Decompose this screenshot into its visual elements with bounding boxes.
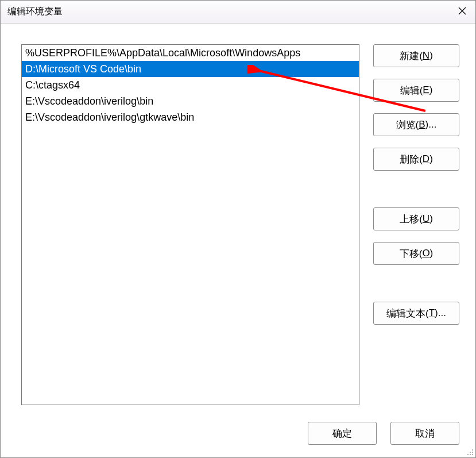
list-item[interactable]: %USERPROFILE%\AppData\Local\Microsoft\Wi…	[22, 45, 359, 61]
svg-point-4	[472, 449, 473, 451]
dialog-footer: 确定 取消	[1, 411, 475, 457]
list-item[interactable]: D:\Microsoft VS Code\bin	[22, 61, 359, 77]
path-listbox[interactable]: %USERPROFILE%\AppData\Local\Microsoft\Wi…	[21, 44, 359, 405]
browse-button[interactable]: 浏览(B)...	[373, 113, 459, 136]
dialog-body: %USERPROFILE%\AppData\Local\Microsoft\Wi…	[1, 24, 475, 411]
svg-point-7	[467, 454, 469, 455]
close-icon	[458, 7, 466, 17]
svg-point-8	[470, 454, 471, 455]
dialog-window: 编辑环境变量 %USERPROFILE%\AppData\Local\Micro…	[0, 0, 476, 458]
new-button[interactable]: 新建(N)	[373, 44, 459, 67]
svg-point-5	[470, 452, 471, 453]
titlebar: 编辑环境变量	[1, 1, 475, 24]
cancel-button[interactable]: 取消	[390, 422, 459, 445]
delete-button[interactable]: 删除(D)	[373, 148, 459, 171]
list-item[interactable]: E:\Vscodeaddon\iverilog\gtkwave\bin	[22, 109, 359, 125]
svg-point-6	[472, 452, 473, 453]
svg-point-9	[472, 454, 473, 455]
movedown-button[interactable]: 下移(O)	[373, 242, 459, 265]
side-button-column: 新建(N) 编辑(E) 浏览(B)... 删除(D) 上移(U) 下移(O) 编…	[373, 44, 459, 411]
close-button[interactable]	[449, 1, 475, 23]
list-item[interactable]: E:\Vscodeaddon\iverilog\bin	[22, 93, 359, 109]
ok-button[interactable]: 确定	[308, 422, 377, 445]
moveup-button[interactable]: 上移(U)	[373, 207, 459, 230]
edit-button[interactable]: 编辑(E)	[373, 79, 459, 102]
resize-grip-icon[interactable]	[465, 447, 474, 456]
list-item[interactable]: C:\ctagsx64	[22, 77, 359, 93]
dialog-title: 编辑环境变量	[7, 6, 63, 18]
edittext-button[interactable]: 编辑文本(T)...	[373, 302, 459, 325]
